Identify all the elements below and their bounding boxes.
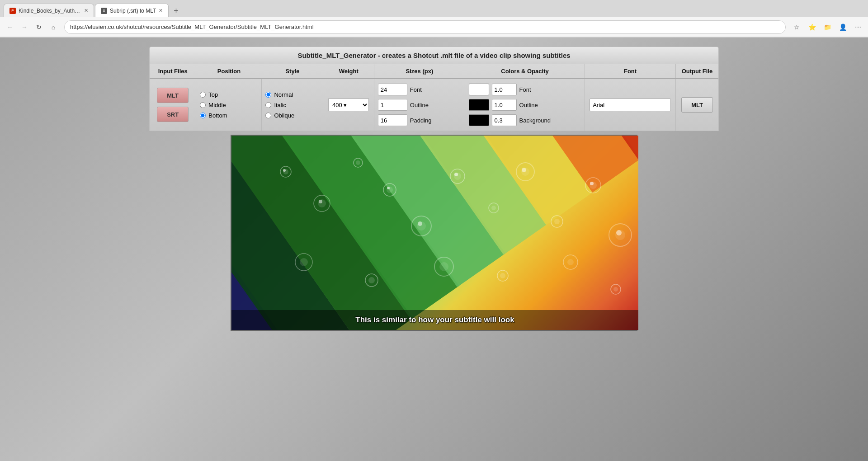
padding-size-input[interactable] [378, 114, 407, 126]
header-colors: Colors & Opacity [465, 64, 585, 78]
position-bottom-label: Bottom [208, 112, 227, 119]
video-preview: This is similar to how your subtitle wil… [231, 135, 637, 331]
address-bar[interactable] [64, 20, 786, 34]
mlt-input-button[interactable]: MLT [157, 88, 189, 103]
controls-panel: Input Files Position Style Weight Sizes … [149, 64, 719, 131]
tab-favicon-pdf: P [9, 8, 16, 14]
browser-chrome: P Kindle_Books_by_Author.pdf ✕ S Subrip … [0, 0, 868, 38]
weight-select[interactable]: 400 ▾ [328, 99, 369, 111]
style-normal-radio[interactable] [265, 92, 271, 98]
controls-header: Input Files Position Style Weight Sizes … [150, 64, 718, 79]
font-color-swatch[interactable] [469, 84, 489, 95]
svg-point-51 [616, 230, 622, 235]
position-middle-label: Middle [208, 102, 226, 108]
outline-size-input[interactable] [378, 99, 407, 111]
favorites-bar-icon[interactable]: ⭐ [806, 21, 818, 33]
svg-point-35 [368, 277, 375, 283]
outline-color-swatch[interactable] [469, 99, 489, 111]
new-tab-button[interactable]: + [170, 5, 182, 17]
style-normal-label: Normal [274, 91, 293, 98]
svg-point-41 [567, 259, 574, 265]
mlt-output-button[interactable]: MLT [681, 97, 713, 113]
svg-point-27 [554, 219, 560, 224]
tab-pdf-label: Kindle_Books_by_Author.pdf [19, 8, 81, 14]
header-weight: Weight [323, 64, 374, 78]
font-size-label: Font [410, 86, 422, 93]
font-size-row: Font [378, 84, 461, 95]
style-oblique-label: Oblique [274, 112, 294, 119]
position-top-label: Top [208, 91, 218, 98]
font-color-label: Font [519, 86, 531, 93]
style-italic-radio[interactable] [265, 102, 271, 108]
svg-point-45 [319, 200, 322, 203]
style-cell: Normal Italic Oblique [262, 79, 323, 131]
font-cell [585, 79, 676, 131]
position-bottom-row[interactable]: Bottom [200, 112, 258, 119]
back-button[interactable]: ← [4, 21, 16, 33]
font-input[interactable] [590, 99, 671, 111]
colors-cell: Font Outline Background [465, 79, 585, 131]
outline-color-row: Outline [469, 99, 581, 111]
weight-cell: 400 ▾ [323, 79, 374, 131]
background-color-swatch[interactable] [469, 114, 489, 126]
style-italic-row[interactable]: Italic [265, 102, 319, 108]
input-files-cell: MLT SRT [150, 79, 196, 131]
position-middle-radio[interactable] [200, 102, 206, 108]
tab-srt-close[interactable]: ✕ [159, 8, 163, 14]
svg-point-44 [283, 169, 286, 172]
header-position: Position [196, 64, 262, 78]
video-stripes-svg [231, 136, 638, 330]
tab-favicon-srt: S [101, 8, 107, 14]
style-normal-row[interactable]: Normal [265, 91, 319, 98]
outline-opacity-input[interactable] [492, 99, 517, 111]
forward-button[interactable]: → [18, 21, 31, 33]
tab-srt[interactable]: S Subrip (.srt) to MLT ✕ [95, 4, 169, 17]
position-bottom-radio[interactable] [200, 113, 206, 118]
svg-point-47 [418, 221, 422, 226]
subtitle-text: This is similar to how your subtitle wil… [355, 315, 514, 324]
sizes-cell: Font Outline Padding [374, 79, 465, 131]
profile-icon[interactable]: 👤 [836, 21, 849, 33]
tab-srt-label: Subrip (.srt) to MLT [110, 8, 156, 14]
menu-icon[interactable]: ⋯ [852, 21, 864, 33]
svg-point-15 [356, 160, 360, 165]
favorites-icon[interactable]: ☆ [790, 21, 803, 33]
header-output: Output File [676, 64, 718, 78]
outline-size-label: Outline [410, 102, 429, 108]
svg-point-43 [613, 287, 618, 292]
header-style: Style [262, 64, 324, 78]
svg-point-23 [491, 206, 496, 210]
position-cell: Top Middle Bottom [196, 79, 262, 131]
svg-point-50 [590, 182, 594, 185]
home-button[interactable]: ⌂ [47, 21, 60, 33]
video-background: This is similar to how your subtitle wil… [231, 136, 638, 330]
header-input-files: Input Files [150, 64, 196, 78]
position-top-row[interactable]: Top [200, 91, 258, 98]
style-oblique-row[interactable]: Oblique [265, 112, 319, 119]
tab-pdf[interactable]: P Kindle_Books_by_Author.pdf ✕ [4, 4, 94, 17]
tab-bar: P Kindle_Books_by_Author.pdf ✕ S Subrip … [0, 0, 868, 17]
main-content: Subtitle_MLT_Generator - creates a Shotc… [0, 38, 868, 340]
output-cell: MLT [676, 79, 718, 131]
svg-point-46 [387, 187, 390, 189]
reload-button[interactable]: ↻ [33, 21, 45, 33]
svg-point-49 [522, 168, 526, 172]
padding-size-row: Padding [378, 114, 461, 126]
srt-input-button[interactable]: SRT [157, 107, 189, 122]
outline-size-row: Outline [378, 99, 461, 111]
browser-toolbar: ← → ↻ ⌂ ☆ ⭐ 📁 👤 ⋯ [0, 17, 868, 37]
font-size-input[interactable] [378, 84, 407, 95]
background-opacity-input[interactable] [492, 114, 517, 126]
position-top-radio[interactable] [200, 92, 206, 98]
tab-pdf-close[interactable]: ✕ [84, 8, 88, 14]
app-title-bar: Subtitle_MLT_Generator - creates a Shotc… [149, 47, 719, 64]
background-color-row: Background [469, 114, 581, 126]
font-opacity-input[interactable] [492, 84, 517, 95]
position-middle-row[interactable]: Middle [200, 102, 258, 108]
svg-point-33 [300, 258, 308, 266]
header-font: Font [585, 64, 676, 78]
collections-icon[interactable]: 📁 [821, 21, 834, 33]
svg-point-48 [454, 173, 458, 176]
header-sizes: Sizes (px) [374, 64, 465, 78]
style-oblique-radio[interactable] [265, 113, 271, 118]
